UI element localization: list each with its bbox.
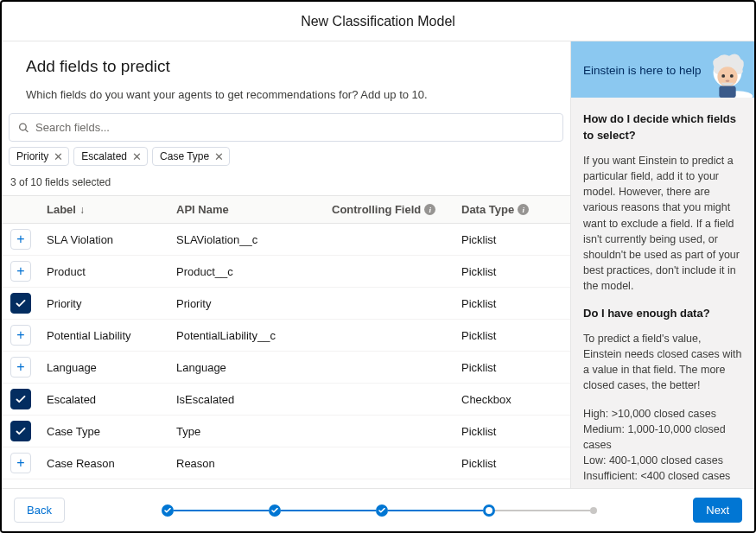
chip-label: Case Type (160, 150, 209, 162)
modal-window: New Classification Model Add fields to p… (0, 0, 756, 533)
cell-label: Language (40, 361, 169, 374)
plus-icon: + (16, 360, 24, 374)
fields-table: Label ↓ API Name Controlling Field i Dat… (2, 195, 570, 488)
step-upcoming[interactable] (590, 507, 597, 514)
step-connector (388, 510, 483, 511)
table-row: Case TypeTypePicklist (2, 416, 570, 447)
chip-label: Escalated (81, 150, 127, 162)
step-done[interactable] (269, 504, 281, 517)
cell-label: Priority (40, 297, 169, 310)
step-connector (495, 510, 590, 511)
table-row: EscalatedIsEscalatedCheckbox (2, 384, 570, 416)
svg-line-1 (25, 129, 28, 131)
cell-api-name: PotentialLiability__c (169, 329, 325, 342)
cell-label: Escalated (40, 393, 169, 406)
modal-body: Add fields to predict Which fields do yo… (2, 41, 754, 488)
col-label-text: Label (47, 203, 76, 216)
cell-label: Product (40, 265, 169, 278)
cell-api-name: SLAViolation__c (169, 233, 325, 246)
table-header: Label ↓ API Name Controlling Field i Dat… (2, 196, 570, 224)
einstein-hero: Einstein is here to help (571, 41, 754, 98)
filter-chip[interactable]: Priority✕ (9, 147, 69, 166)
field-add-button[interactable]: + (10, 325, 31, 346)
plus-icon: + (16, 328, 24, 342)
cell-datatype: Picklist (454, 329, 558, 342)
help-body: How do I decide which fields to select? … (571, 98, 754, 488)
field-add-button[interactable]: + (10, 453, 31, 473)
cell-api-name: IsEscalated (169, 393, 325, 406)
modal-title: New Classification Model (2, 2, 754, 41)
cell-datatype: Picklist (454, 265, 558, 278)
cell-datatype: Picklist (454, 457, 558, 470)
search-input[interactable] (10, 114, 562, 141)
info-icon[interactable]: i (518, 204, 529, 215)
help-panel: Einstein is here to help How do I decide… (570, 41, 754, 488)
plus-icon: + (16, 264, 24, 278)
hero-text: Einstein is here to help (583, 63, 702, 79)
table-row: +Potential LiabilityPotentialLiability__… (2, 320, 570, 352)
field-add-button[interactable]: + (10, 229, 31, 250)
table-row-partial (2, 479, 570, 488)
svg-point-7 (726, 80, 730, 82)
table-row: +LanguageLanguagePicklist (2, 352, 570, 384)
cell-datatype: Picklist (454, 361, 558, 374)
back-button[interactable]: Back (14, 498, 65, 523)
selection-count: 3 of 10 fields selected (2, 173, 570, 195)
help-a2: To predict a field's value, Einstein nee… (583, 331, 742, 394)
cell-label: Case Reason (40, 457, 169, 470)
col-controlling[interactable]: Controlling Field i (325, 203, 454, 216)
step-done[interactable] (376, 504, 388, 517)
field-selected-checkbox[interactable] (10, 389, 31, 409)
chip-remove-icon[interactable]: ✕ (132, 151, 142, 162)
progress-stepper (65, 504, 693, 517)
search-icon (18, 122, 29, 133)
page-subtext: Which fields do you want your agents to … (26, 88, 546, 101)
cell-datatype: Checkbox (454, 393, 558, 406)
filter-chip[interactable]: Escalated✕ (73, 147, 148, 166)
step-done[interactable] (162, 504, 174, 517)
cell-label: Case Type (40, 425, 169, 438)
filter-area: Priority✕Escalated✕Case Type✕ (2, 113, 570, 173)
filter-chip[interactable]: Case Type✕ (152, 147, 230, 166)
einstein-icon (702, 49, 753, 98)
page-heading: Add fields to predict (26, 57, 546, 76)
help-q1: How do I decide which fields to select? (583, 111, 742, 144)
intro-section: Add fields to predict Which fields do yo… (2, 41, 570, 113)
help-a1: If you want Einstein to predict a partic… (583, 153, 742, 294)
plus-icon: + (16, 456, 24, 470)
help-tiers: High: >10,000 closed cases Medium: 1,000… (583, 406, 742, 485)
cell-label: Potential Liability (40, 329, 169, 342)
cell-api-name: Language (169, 361, 325, 374)
cell-api-name: Priority (169, 297, 325, 310)
svg-point-6 (730, 74, 734, 78)
field-add-button[interactable]: + (10, 261, 31, 282)
search-field-wrap[interactable] (9, 113, 563, 142)
table-row: +ProductProduct__cPicklist (2, 256, 570, 288)
info-icon[interactable]: i (424, 204, 435, 215)
cell-datatype: Picklist (454, 425, 558, 438)
plus-icon: + (16, 232, 24, 246)
main-panel: Add fields to predict Which fields do yo… (2, 41, 570, 488)
next-button[interactable]: Next (693, 498, 742, 523)
field-selected-checkbox[interactable] (10, 421, 31, 441)
step-current[interactable] (483, 504, 495, 517)
table-row: +Case ReasonReasonPicklist (2, 447, 570, 479)
wizard-footer: Back Next (2, 488, 754, 531)
field-add-button[interactable]: + (10, 357, 31, 378)
col-datatype[interactable]: Data Type i (454, 203, 558, 216)
filter-chips: Priority✕Escalated✕Case Type✕ (9, 147, 563, 166)
table-row: +SLA ViolationSLAViolation__cPicklist (2, 224, 570, 256)
col-api[interactable]: API Name (169, 203, 325, 216)
field-selected-checkbox[interactable] (10, 293, 31, 314)
help-q2: Do I have enough data? (583, 306, 742, 322)
chip-remove-icon[interactable]: ✕ (214, 151, 224, 162)
cell-datatype: Picklist (454, 297, 558, 310)
chip-remove-icon[interactable]: ✕ (54, 151, 63, 162)
cell-datatype: Picklist (454, 233, 558, 246)
chip-label: Priority (16, 150, 48, 162)
step-connector (174, 510, 269, 511)
svg-rect-8 (719, 86, 735, 98)
col-label[interactable]: Label ↓ (40, 203, 169, 216)
svg-point-5 (721, 74, 725, 78)
cell-api-name: Reason (169, 457, 325, 470)
